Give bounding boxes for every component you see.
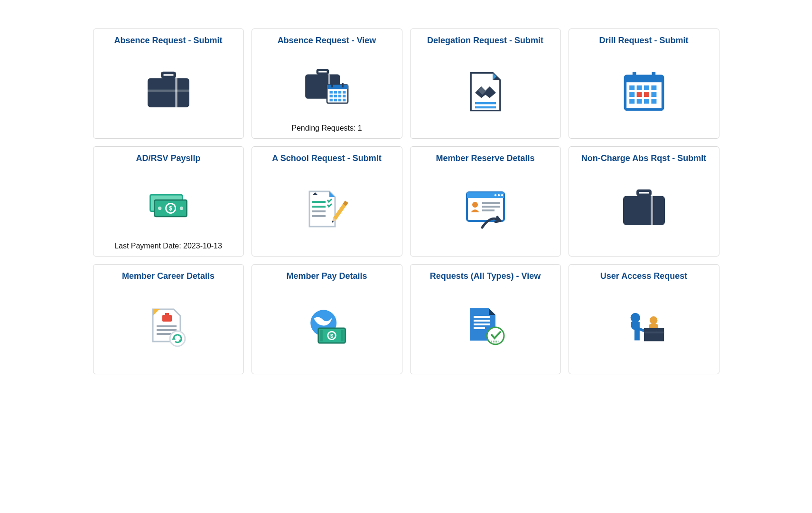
svg-rect-37: [629, 99, 635, 104]
tile-title: Member Career Details: [122, 271, 215, 281]
tile-delegation-request-submit[interactable]: Delegation Request - Submit: [410, 28, 561, 139]
svg-rect-33: [629, 92, 635, 97]
svg-rect-67: [162, 315, 172, 322]
tile-title: User Access Request: [600, 271, 687, 281]
svg-rect-64: [637, 190, 650, 195]
svg-rect-65: [623, 196, 665, 225]
svg-rect-47: [312, 201, 326, 203]
tile-member-career-details[interactable]: Member Career Details: [93, 264, 244, 374]
svg-rect-24: [475, 106, 496, 108]
tile-user-access-request[interactable]: User Access Request: [569, 264, 719, 374]
svg-rect-61: [482, 202, 500, 204]
svg-rect-48: [312, 206, 326, 208]
svg-rect-3: [175, 78, 177, 107]
tile-title: Drill Request - Submit: [599, 36, 688, 46]
svg-rect-22: [343, 98, 345, 101]
svg-rect-11: [329, 91, 332, 94]
svg-rect-13: [338, 91, 341, 94]
briefcase-icon: [574, 168, 714, 250]
svg-rect-8: [327, 85, 348, 89]
tile-title: Requests (All Types) - View: [430, 271, 541, 281]
profile-share-icon: [415, 168, 556, 250]
tile-footer: Last Payment Date: 2023-10-13: [114, 242, 222, 251]
svg-rect-10: [342, 83, 344, 87]
svg-rect-20: [334, 98, 336, 101]
svg-rect-70: [157, 329, 177, 331]
svg-rect-66: [651, 196, 653, 225]
svg-rect-32: [651, 85, 656, 90]
briefcase-calendar-icon: [257, 50, 397, 124]
svg-rect-86: [491, 341, 492, 342]
tile-absence-request-submit[interactable]: Absence Request - Submit: [93, 28, 244, 139]
briefcase-icon: [98, 50, 239, 133]
tile-a-school-request-submit[interactable]: A School Request - Submit: [252, 146, 402, 256]
svg-point-46: [179, 206, 183, 209]
svg-rect-21: [338, 98, 341, 101]
svg-rect-36: [651, 92, 656, 97]
svg-rect-27: [632, 72, 636, 79]
document-refresh-icon: [98, 286, 239, 368]
tile-absence-request-view[interactable]: Absence Request - View Pending Requests:…: [252, 28, 402, 139]
tile-title: Member Reserve Details: [436, 153, 534, 163]
svg-rect-18: [343, 95, 345, 97]
tile-grid: Absence Request - Submit Absence Request…: [93, 28, 719, 374]
tile-member-pay-details[interactable]: Member Pay Details $: [252, 264, 402, 374]
svg-rect-83: [474, 323, 490, 325]
svg-point-58: [497, 194, 499, 196]
svg-rect-2: [148, 89, 189, 91]
svg-rect-79: [320, 330, 323, 341]
svg-rect-84: [474, 327, 485, 329]
svg-rect-19: [329, 98, 332, 101]
tile-footer: Pending Requests: 1: [291, 124, 362, 133]
tile-member-reserve-details[interactable]: Member Reserve Details: [410, 146, 561, 256]
svg-rect-16: [334, 95, 336, 97]
svg-rect-87: [493, 341, 495, 342]
globe-money-icon: $: [257, 286, 397, 368]
svg-rect-88: [495, 341, 497, 342]
calendar-highlight-icon: [574, 50, 714, 133]
tile-title: Absence Request - View: [278, 36, 376, 46]
svg-rect-12: [334, 91, 336, 94]
svg-point-59: [501, 194, 503, 196]
svg-point-91: [649, 316, 657, 324]
svg-rect-63: [482, 209, 495, 211]
tile-title: Non-Charge Abs Rqst - Submit: [581, 153, 706, 163]
svg-rect-62: [482, 206, 500, 208]
tile-non-charge-abs-rqst-submit[interactable]: Non-Charge Abs Rqst - Submit: [569, 146, 719, 256]
svg-rect-0: [162, 73, 174, 77]
svg-rect-94: [644, 332, 664, 333]
svg-text:$: $: [330, 333, 333, 339]
svg-rect-80: [341, 330, 344, 341]
svg-rect-38: [636, 99, 642, 104]
tile-drill-request-submit[interactable]: Drill Request - Submit: [569, 28, 719, 139]
handshake-document-icon: [415, 50, 556, 133]
svg-rect-31: [644, 85, 649, 90]
tile-ad-rsv-payslip[interactable]: AD/RSV Payslip $ Last Payment Date: 2023…: [93, 146, 244, 256]
svg-point-45: [158, 206, 161, 209]
svg-rect-29: [629, 85, 635, 90]
svg-rect-68: [165, 313, 169, 315]
svg-rect-89: [498, 341, 499, 342]
document-check-icon: [415, 286, 556, 368]
tile-title: Absence Request - Submit: [114, 36, 222, 46]
svg-rect-40: [651, 99, 656, 104]
svg-rect-9: [331, 83, 333, 87]
svg-rect-1: [148, 78, 189, 107]
svg-rect-82: [474, 320, 490, 322]
tile-title: Member Pay Details: [286, 271, 367, 281]
svg-rect-49: [312, 210, 326, 212]
svg-rect-81: [474, 316, 490, 318]
svg-point-72: [170, 331, 185, 346]
svg-rect-14: [343, 91, 345, 94]
svg-rect-17: [338, 95, 341, 97]
tile-title: A School Request - Submit: [272, 153, 381, 163]
svg-rect-28: [652, 72, 655, 79]
svg-rect-30: [636, 85, 642, 90]
tile-title: AD/RSV Payslip: [136, 153, 200, 163]
money-stack-icon: $: [98, 168, 239, 242]
svg-rect-26: [625, 76, 663, 82]
svg-rect-4: [317, 70, 327, 73]
person-desk-icon: [574, 286, 714, 368]
svg-rect-71: [157, 333, 171, 335]
tile-requests-all-types-view[interactable]: Requests (All Types) - View: [410, 264, 561, 374]
